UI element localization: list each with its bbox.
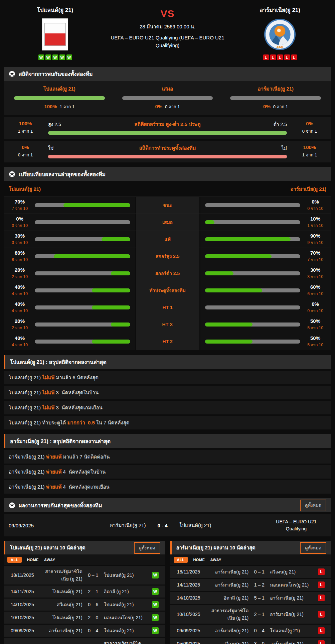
btts-left-percent: 0% [22, 144, 29, 150]
home-table-view-all-button[interactable]: ดูทั้งหมด [134, 542, 160, 554]
home-table-header: โปแลนด์(ยู 21) ผลงาน 10 นัดล่าสุด ดูทั้ง… [4, 541, 165, 554]
away-percent: 0% [312, 199, 319, 205]
comparison-row-label: แพ้ [135, 231, 200, 248]
match-row: 05/09/2025 โปแลนด์(ยู 21) 3 – 0 สาธารณรั… [4, 638, 165, 644]
result-badge: L [318, 627, 325, 634]
progress-bar [14, 96, 105, 100]
away-summary-rows: อาร์มาเนีย(ยู 21) พ่ายแพ้ มาแล้ว 7 นัดติ… [4, 450, 331, 494]
ou-left-count: 1 จาก 1 [18, 128, 33, 135]
home-percent: 30% [15, 233, 25, 239]
h2h-matches-section: ผลงานการพบกันล่าสุดของทั้งสองทีม ดูทั้งห… [4, 498, 331, 536]
match-score: 2 – 1 [250, 612, 268, 617]
tab-away[interactable]: AWAY [44, 558, 55, 562]
match-date: 09/09/2025 [7, 628, 38, 633]
form-badge-w: W [52, 54, 58, 60]
home-progress-bar [35, 340, 130, 344]
home-team-logo [42, 18, 68, 50]
btts-no-label: ไม่ [250, 144, 287, 152]
h2h-over-under-row: 100% 1 จาก 1 สูง 2.5 สถิติสกอร์รวม สูง-ต… [4, 117, 331, 139]
match-away-team: โปแลนด์(ยู 21) [102, 627, 148, 634]
h2h-home-label: โปแลนด์(ยู 21) [43, 85, 75, 93]
tab-away[interactable]: AWAY [210, 558, 221, 562]
home-percent: 40% [15, 301, 25, 307]
match-date: 18/11/2025 [173, 569, 204, 574]
match-away-team: อาร์มาเนีย(ยู 21) [268, 594, 314, 602]
home-count: 3 จาก 10 [12, 239, 28, 246]
match-home-team: อาร์มาเนีย(ยู 21) [204, 581, 251, 589]
away-percent: 50% [310, 318, 320, 324]
away-summary-section: อาร์มาเนีย(ยู 21) : สรุปสถิติจากผลงานล่า… [4, 434, 331, 494]
match-home-team: อาร์มาเนีย(ยู 21) [38, 627, 85, 634]
comparison-row-label: HT 2 [135, 333, 200, 350]
away-progress-bar [205, 237, 301, 241]
h2h-home-count: 1 จาก 1 [60, 103, 74, 110]
home-percent: 80% [15, 250, 25, 256]
match-away-team: อิตาลี (ยู 21) [102, 588, 148, 595]
away-count: 7 จาก 10 [307, 256, 323, 263]
comparison-row: 80% 8 จาก 10 สกอร์สูง 2.5 70% 7 จาก 10 [4, 248, 331, 265]
comparison-row-label: สกอร์สูง 2.5 [135, 248, 200, 265]
home-table-rows: 18/11/2025 สาธารณรัฐมาซิโดเนีย (ยู 21) 0… [4, 566, 165, 644]
ou-left-percent: 100% [19, 121, 32, 126]
home-summary-section: โปแลนด์(ยู 21) : สรุปสถิติจากผลงานล่าสุด… [4, 355, 331, 429]
summary-row: อาร์มาเนีย(ยู 21) พ่ายแพ้ มาแล้ว 7 นัดติ… [4, 450, 331, 464]
soccer-ball-icon [9, 171, 15, 177]
h2h-away-percent: 0% [263, 104, 271, 109]
tab-home[interactable]: HOME [193, 558, 205, 562]
away-progress-bar [205, 220, 301, 224]
match-row: 18/11/2025 สาธารณรัฐมาซิโดเนีย (ยู 21) 0… [4, 566, 165, 585]
home-count: 8 จาก 10 [12, 256, 28, 263]
match-date: 14/10/2025 [173, 595, 204, 601]
comparison-row-label: ชนะ [135, 197, 200, 214]
result-badge: L [318, 595, 325, 601]
match-score: 0 – 1 [85, 572, 102, 578]
away-team-column: อาร์มาเนีย(ยู 21) ՀՖՖ LLLLL [225, 5, 335, 60]
match-away-team: มอนเตเนโกร(ยู 21) [102, 614, 148, 621]
result-badge: W [152, 572, 159, 578]
match-row: 09/09/2025 อาร์มาเนีย(ยู 21) 0 – 4 โปแลน… [170, 625, 331, 637]
away-count: 6 จาก 10 [307, 290, 323, 297]
comparison-section: เปรียบเทียบผลงานล่าสุดของทั้งสองทีม โปแล… [4, 167, 331, 350]
h2h-stats-title: สถิติจากการพบกันของทั้งสองทีม [19, 70, 93, 78]
tab-all[interactable]: ALL [7, 557, 22, 563]
match-away-team: โปแลนด์(ยู 21) [102, 601, 148, 608]
comparison-row: 20% 2 จาก 10 สกอร์ต่ำ 2.5 30% 3 จาก 10 [4, 265, 331, 282]
form-badge-w: W [59, 54, 65, 60]
match-score: 5 – 1 [250, 595, 268, 601]
match-header: โปแลนด์(ยู 21) WWWWW VS 28 มีนาคม 2569 0… [0, 0, 335, 62]
match-home-team: อาร์มาเนีย(ยู 21) [204, 627, 251, 634]
summary-row: อาร์มาเนีย(ยู 21) พ่ายแพ้ 4 นัดหลังสุดใน… [4, 465, 331, 479]
result-badge: L [318, 611, 325, 618]
match-score: 0 – 4 [85, 628, 102, 633]
away-table-view-all-button[interactable]: ดูทั้งหมด [300, 542, 326, 554]
tab-home[interactable]: HOME [27, 558, 39, 562]
match-score: 0 – 4 [250, 628, 268, 633]
home-form-badges: WWWWW [38, 54, 72, 60]
match-away-team: สวีเดน(ยู 21) [268, 568, 314, 575]
comparison-row: 40% 4 จาก 10 HT 1 0% 0 จาก 10 [4, 299, 331, 316]
tab-all[interactable]: ALL [174, 557, 188, 563]
match-score: 0 - 4 [149, 523, 176, 528]
h2h-view-all-button[interactable]: ดูทั้งหมด [300, 500, 326, 511]
home-summary-title: โปแลนด์(ยู 21) : สรุปสถิติจากผลงานล่าสุด [10, 358, 107, 366]
match-row: 18/11/2025 อาร์มาเนีย(ยู 21) 0 – 1 สวีเด… [170, 566, 331, 578]
summary-row: โปแลนด์(ยู 21) ไม่แพ้ 3 นัดหลังสุดในบ้าน [4, 386, 331, 399]
match-home-team: สาธารณรัฐมาซิโดเนีย (ยู 21) [204, 607, 251, 622]
comparison-row-label: HT X [135, 316, 200, 333]
match-score: 2 – 1 [85, 589, 102, 594]
competition-name: UEFA – EURO U21 Qualifying (UEFA – EURO … [110, 34, 225, 49]
armenia-crest-icon: ՀՖՖ [264, 18, 296, 50]
match-row: 10/10/2025 สาธารณรัฐมาซิโดเนีย (ยู 21) 2… [170, 605, 331, 624]
away-table-header: อาร์มาเนีย(ยู 21) ผลงาน 10 นัดล่าสุด ดูท… [170, 541, 331, 554]
h2h-outcome-row: โปแลนด์(ยู 21) 100% 1 จาก 1 เสมอ 0% 0 จา… [4, 81, 331, 115]
h2h-draw-col: เสมอ 0% 0 จาก 1 [114, 85, 222, 110]
away-percent: 90% [310, 233, 320, 239]
comparison-row-label: HT 1 [135, 299, 200, 316]
home-count: 4 จาก 10 [12, 290, 28, 297]
home-progress-bar [35, 254, 130, 258]
home-table-tabs: ALLHOMEAWAY [4, 554, 165, 565]
home-progress-bar [35, 323, 130, 327]
away-progress-bar [205, 254, 301, 258]
over-under-title: สถิติสกอร์รวม สูง-ต่ำ 2.5 ประตู [85, 120, 250, 128]
match-away-team: อาร์มาเนีย(ยู 21) [268, 640, 314, 644]
